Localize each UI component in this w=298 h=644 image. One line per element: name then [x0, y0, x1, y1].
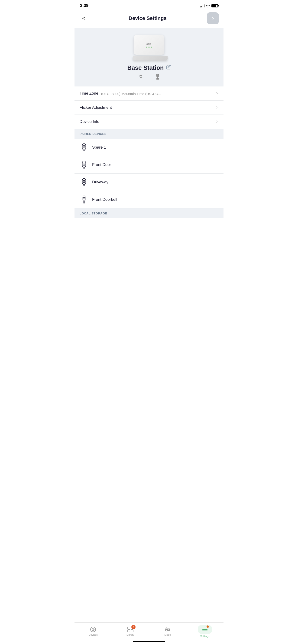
device-info-chevron: > [216, 120, 218, 124]
time-zone-value: (UTC-07:00) Mountain Time (US & C... [101, 92, 161, 96]
time-zone-chevron: > [216, 91, 218, 96]
settings-row-flicker[interactable]: Flicker Adjustment > [75, 100, 223, 115]
device-brand-label: arlo [146, 42, 152, 45]
bottom-spacer [75, 218, 223, 242]
time-zone-label: Time Zone [80, 91, 98, 96]
device-hero: arlo Base Station [75, 28, 223, 86]
camera-icon-spare1 [80, 143, 88, 152]
nav-header: < Device Settings > [75, 10, 223, 28]
svg-rect-22 [84, 168, 85, 169]
flicker-chevron: > [216, 106, 218, 110]
camera-icon-front-door [80, 160, 88, 169]
device-name: Base Station [127, 64, 164, 72]
back-button[interactable]: < [79, 14, 88, 23]
status-bar: 3:39 [75, 0, 223, 10]
signal-icon [200, 4, 204, 8]
forward-button[interactable]: > [207, 12, 219, 24]
settings-row-device-info[interactable]: Device Info > [75, 115, 223, 129]
paired-devices-section-header: PAIRED DEVICES [75, 129, 223, 139]
status-time: 3:39 [80, 3, 88, 8]
battery-icon [211, 4, 218, 8]
paired-device-spare1[interactable]: Spare 1 [75, 139, 223, 156]
local-storage-section-header: LOCAL STORAGE [75, 208, 223, 218]
device-name-row: Base Station [127, 64, 171, 72]
ethernet-icon [146, 75, 153, 80]
power-icon [138, 74, 143, 80]
svg-point-21 [84, 164, 85, 165]
wifi-icon [206, 4, 210, 8]
flicker-label: Flicker Adjustment [80, 105, 112, 110]
svg-point-29 [84, 198, 85, 199]
device-info-label: Device Info [80, 120, 99, 124]
front-doorbell-name: Front Doorbell [92, 197, 117, 202]
driveway-name: Driveway [92, 180, 108, 184]
settings-list: Time Zone (UTC-07:00) Mountain Time (US … [75, 86, 223, 129]
svg-rect-26 [84, 185, 85, 186]
svg-point-30 [84, 200, 85, 200]
page-title: Device Settings [88, 15, 207, 21]
svg-point-17 [84, 146, 85, 148]
settings-row-time-zone[interactable]: Time Zone (UTC-07:00) Mountain Time (US … [75, 86, 223, 100]
device-leds [146, 46, 152, 48]
svg-rect-31 [84, 201, 85, 204]
camera-icon-front-doorbell [80, 195, 88, 204]
device-image: arlo [133, 35, 165, 60]
status-icons [200, 4, 218, 8]
device-status-icons [138, 74, 160, 81]
usb-icon [155, 74, 160, 81]
svg-point-25 [84, 181, 85, 182]
paired-devices-list: Spare 1 Front Door Driveway [75, 139, 223, 208]
edit-name-icon[interactable] [166, 65, 171, 71]
spare1-name: Spare 1 [92, 145, 106, 150]
paired-device-front-door[interactable]: Front Door [75, 156, 223, 174]
paired-device-front-doorbell[interactable]: Front Doorbell [75, 191, 223, 208]
camera-icon-driveway [80, 178, 88, 186]
svg-rect-18 [84, 150, 85, 152]
front-door-name: Front Door [92, 162, 111, 167]
paired-device-driveway[interactable]: Driveway [75, 174, 223, 191]
